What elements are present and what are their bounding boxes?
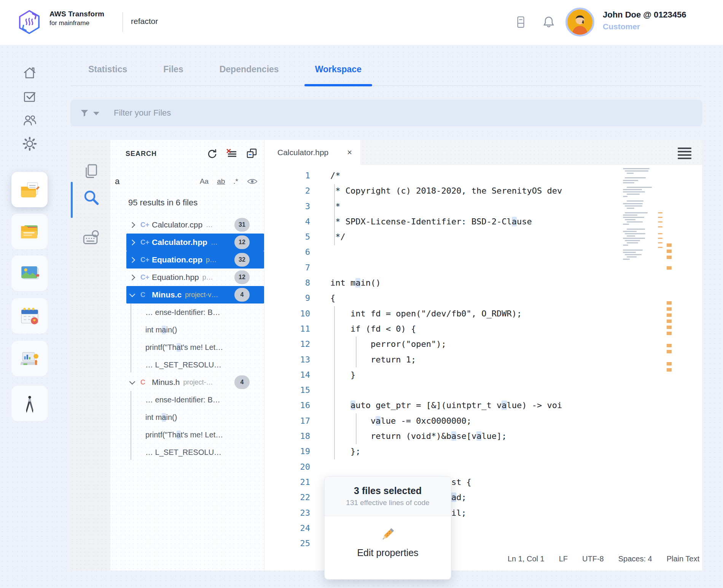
search-input[interactable]: a Aa ab .* — [110, 173, 264, 190]
line-number: 17 — [264, 413, 310, 429]
avatar[interactable] — [565, 8, 594, 37]
edit-properties-label: Edit properties — [357, 547, 418, 558]
filter-funnel-icon — [80, 108, 89, 118]
feedback-icon[interactable] — [81, 228, 101, 248]
eye-icon[interactable] — [247, 177, 258, 186]
line-number: 25 — [264, 536, 310, 551]
tab-statistics[interactable]: Statistics — [88, 53, 127, 85]
tree-match-row[interactable]: printf("That's me! Let… — [110, 426, 264, 443]
code-line-4: * SPDX-License-Identifier: BSD-2-Clause — [330, 214, 622, 229]
code-line-8: int main() — [330, 275, 622, 291]
clear-results-icon[interactable] — [226, 148, 237, 159]
whole-word-toggle[interactable]: ab — [217, 177, 225, 186]
code-line-2: * Copyright (c) 2018-2020, the SerenityO… — [330, 183, 622, 199]
line-number: 15 — [264, 383, 310, 398]
tasks-icon[interactable] — [22, 89, 37, 104]
tree-file-Calculator.hpp[interactable]: C+Calculator.hpp…12 — [126, 234, 264, 251]
match-case-toggle[interactable]: Aa — [200, 177, 209, 186]
line-number: 21 — [264, 475, 310, 490]
code-line-16: auto get_ptr = [&](uintptr_t value) -> v… — [330, 398, 622, 413]
indent-guide — [334, 306, 335, 459]
search-panel: SEARCH — [110, 140, 264, 571]
search-results-tree: C+Calculator.cpp…31C+Calculator.hpp…12C+… — [110, 216, 264, 461]
chevron-right-icon[interactable] — [129, 274, 135, 280]
code-line-6 — [330, 245, 622, 260]
status-item[interactable]: UTF-8 — [582, 555, 604, 563]
code-line-14: } — [330, 367, 622, 383]
tree-match-row[interactable]: printf("That's me! Let… — [110, 338, 264, 356]
refresh-icon[interactable] — [206, 148, 218, 159]
tree-indent-guide — [131, 304, 131, 372]
match-marker — [667, 301, 672, 305]
line-number: 18 — [264, 429, 310, 444]
editor-tab-calculator-hpp[interactable]: Calculator.hpp × — [264, 140, 360, 165]
tree-match-row[interactable]: … ense-Identifier: B… — [110, 391, 264, 408]
file-path: … — [206, 221, 213, 229]
tree-file-Equation.cpp[interactable]: C+Equation.cppp…32 — [126, 251, 264, 269]
chevron-down-icon[interactable] — [129, 291, 135, 297]
chevron-down-icon[interactable] — [129, 378, 135, 385]
tree-file-Minus.c[interactable]: CMinus.cproject-v…4 — [126, 286, 264, 304]
tab-workspace[interactable]: Workspace — [315, 53, 362, 85]
code-line-9: { — [330, 291, 622, 306]
status-item[interactable]: Spaces: 4 — [618, 555, 652, 563]
app-icon-analytics[interactable] — [11, 341, 48, 376]
file-name: Calculator.hpp — [152, 238, 207, 247]
tree-match-row[interactable]: int main() — [110, 408, 264, 426]
app-icon-images[interactable] — [11, 256, 48, 291]
tree-match-row[interactable]: int main() — [110, 321, 264, 338]
app-icon-design-tools[interactable] — [11, 386, 48, 421]
file-type-icon: C+ — [140, 273, 152, 281]
file-filter-input[interactable]: Filter your Files — [70, 100, 702, 126]
line-number: 7 — [264, 260, 310, 275]
memo-icon[interactable] — [512, 14, 529, 30]
chevron-right-icon[interactable] — [129, 257, 135, 263]
line-number: 11 — [264, 321, 310, 337]
search-icon[interactable] — [81, 188, 101, 208]
aws-transform-logo-icon — [16, 6, 43, 38]
file-path: project-v… — [185, 291, 218, 299]
code-line-15 — [330, 383, 622, 398]
line-number: 9 — [264, 291, 310, 306]
tab-dependencies[interactable]: Dependencies — [220, 53, 279, 85]
tree-match-row[interactable]: … L_SET_RESOLU… — [110, 356, 264, 373]
line-number: 2 — [264, 183, 310, 199]
line-list-icon[interactable] — [677, 146, 692, 160]
settings-icon[interactable] — [22, 136, 37, 151]
tree-file-Equation.hpp[interactable]: C+Equation.hppp…12 — [126, 269, 264, 286]
app-icon-calendar[interactable] — [11, 298, 48, 334]
close-icon[interactable]: × — [347, 148, 352, 157]
status-item[interactable]: LF — [559, 555, 568, 563]
chevron-right-icon[interactable] — [129, 222, 135, 228]
app-header: AWS Transform for mainframe refactor — [0, 0, 723, 45]
active-view-indicator — [71, 182, 73, 218]
bell-icon[interactable] — [540, 14, 557, 30]
brand-text: AWS Transform for mainframe — [49, 10, 104, 27]
collapse-all-icon[interactable] — [246, 148, 257, 159]
users-icon[interactable] — [22, 113, 37, 128]
tree-match-row[interactable]: … ense-Identifier: B… — [110, 304, 264, 321]
app-icon-folders[interactable] — [11, 214, 48, 249]
tree-file-Minus.h[interactable]: CMinus.hproject-…4 — [126, 373, 264, 391]
chevron-right-icon[interactable] — [129, 239, 135, 245]
status-item[interactable]: Ln 1, Col 1 — [508, 555, 545, 563]
tree-match-row[interactable]: … L_SET_RESOLU… — [110, 443, 264, 461]
tree-file-Calculator.cpp[interactable]: C+Calculator.cpp…31 — [126, 216, 264, 234]
regex-toggle[interactable]: .* — [233, 177, 238, 186]
edit-properties-button[interactable]: Edit properties — [325, 516, 451, 558]
status-item[interactable]: Plain Text — [667, 555, 699, 563]
filter-caret-icon — [93, 112, 99, 115]
app-icon-documents[interactable] — [11, 172, 48, 207]
match-count-badge: 32 — [234, 253, 250, 267]
minimap[interactable] — [623, 168, 663, 262]
file-type-icon: C — [140, 291, 152, 299]
search-results-summary: 95 results in 6 files — [128, 198, 197, 208]
tab-files[interactable]: Files — [163, 53, 183, 85]
match-marker — [667, 256, 672, 259]
line-number: 23 — [264, 505, 310, 521]
match-marker — [667, 326, 672, 329]
home-icon[interactable] — [22, 65, 37, 81]
files-icon[interactable] — [81, 162, 101, 182]
line-number: 24 — [264, 521, 310, 536]
match-count-badge: 4 — [234, 288, 250, 302]
